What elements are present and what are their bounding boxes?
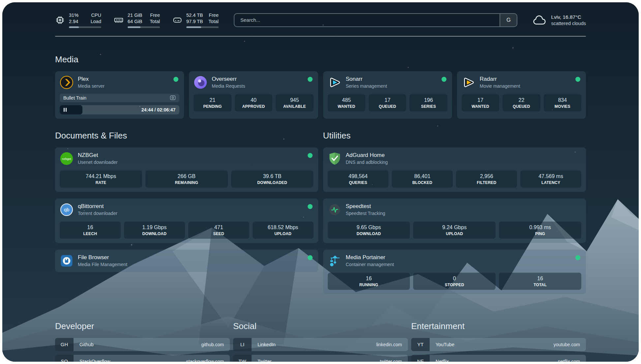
speedtest-card[interactable]: Speedtest Speedtest Tracking 9.65 Gbps D… — [323, 198, 586, 243]
disk-free-label: Free — [208, 12, 219, 18]
qbittorrent-name: qBittorrent — [78, 203, 117, 210]
bookmark-name: Github — [74, 338, 94, 351]
bookmark-name: LinkedIn — [252, 338, 276, 351]
stat-block: 834 MOVIES — [544, 94, 581, 111]
bookmark-url: github.com — [201, 338, 230, 351]
portainer-card[interactable]: Media Portainer Container management 16 … — [323, 250, 586, 294]
weather-condition: scattered clouds — [551, 21, 586, 26]
dashboard-page: 31% 2.94 CPU Load — [2, 2, 639, 362]
sonarr-icon — [328, 76, 342, 89]
stat-block: 196 SERIES — [410, 94, 447, 111]
now-playing-title: Bullet Train — [63, 95, 86, 101]
dashboard-content: 31% 2.94 CPU Load — [2, 2, 639, 362]
stat-block: 40 APPROVED — [235, 94, 272, 111]
bookmark-linkedin[interactable]: LI LinkedIn linkedin.com — [233, 338, 408, 351]
filebrowser-status-dot — [308, 255, 313, 260]
bookmark-abbr: YT — [411, 338, 430, 351]
radarr-status-dot — [575, 77, 580, 82]
memory-total-value: 64 GiB — [128, 18, 142, 25]
documents-section-title: Documents & Files — [55, 131, 318, 141]
filebrowser-card[interactable]: File Browser Media File Management — [55, 250, 318, 272]
disk-free-value: 52.4 TB — [186, 12, 203, 18]
bookmark-abbr: LI — [233, 338, 252, 351]
disk-progress-bar — [186, 26, 219, 28]
overseerr-status-dot — [308, 77, 313, 82]
nzbget-card[interactable]: nzbget NZBGet Usenet downloader 744.21 M… — [55, 147, 318, 192]
search-engine-button[interactable]: G — [500, 14, 517, 26]
cloud-icon — [533, 15, 546, 26]
bookmark-abbr: TW — [233, 355, 252, 362]
bookmarks: Developer GH Github github.com SO StackO… — [55, 321, 586, 362]
media-section-title: Media — [55, 54, 586, 65]
svg-text:nzbget: nzbget — [62, 157, 71, 160]
weather-location-temp: Lviv, 16.87°C — [551, 14, 586, 20]
sonarr-card[interactable]: Sonarr Series management 485 WANTED 17 Q… — [323, 71, 452, 119]
memory-total-label: Total — [150, 18, 160, 25]
bookmark-name: Netflix — [430, 355, 449, 362]
portainer-icon — [328, 254, 342, 268]
qbittorrent-subtitle: Torrent downloader — [78, 211, 117, 216]
cpu-percent: 31% — [69, 12, 78, 18]
search-input[interactable] — [234, 14, 500, 26]
adguard-name: AdGuard Home — [346, 152, 388, 159]
bookmark-url: stackoverflow.com — [186, 355, 230, 362]
memory-progress-bar — [128, 26, 160, 28]
bookmark-url: twitter.com — [380, 355, 408, 362]
radarr-name: Radarr — [480, 76, 520, 82]
stat-block: 471 SEED — [188, 222, 249, 239]
bookmark-abbr: SO — [55, 355, 74, 362]
disk-icon — [172, 15, 182, 25]
sonarr-name: Sonarr — [346, 76, 387, 82]
ram-icon — [114, 15, 124, 25]
playback-time: 24:44 / 02:06:47 — [141, 107, 180, 112]
cpu-progress-bar — [69, 26, 101, 28]
memory-widget: 21 GiB 64 GiB Free Total — [114, 12, 160, 28]
radarr-subtitle: Movie management — [480, 83, 520, 89]
documents-column: Documents & Files nzbget NZBGet Usenet d… — [55, 131, 318, 301]
stat-block: 17 WANTED — [462, 94, 499, 111]
stat-block: 47.569 ms LATENCY — [520, 170, 581, 188]
plex-name: Plex — [78, 76, 105, 82]
stat-block: 17 QUEUED — [369, 94, 406, 111]
topbar: 31% 2.94 CPU Load — [55, 12, 586, 28]
now-playing-row: Bullet Train — [60, 94, 179, 102]
speedtest-icon — [328, 203, 342, 217]
media-grid: Plex Media server Bullet Train 24:44 / — [55, 71, 586, 119]
cast-icon — [170, 95, 176, 100]
filebrowser-icon — [60, 254, 74, 268]
overseerr-card[interactable]: Overseerr Media Requests 21 PENDING 40 A… — [189, 71, 318, 119]
bookmark-twitter[interactable]: TW Twitter twitter.com — [233, 355, 408, 362]
bookmark-stackoverflow[interactable]: SO StackOverflow stackoverflow.com — [55, 355, 230, 362]
stat-block: 16 LEECH — [60, 222, 121, 239]
cpu-widget: 31% 2.94 CPU Load — [55, 12, 101, 28]
adguard-icon — [328, 152, 342, 166]
bookmark-netflix[interactable]: NF Netflix netflix.com — [411, 355, 586, 362]
pause-icon — [64, 108, 65, 112]
nzbget-name: NZBGet — [78, 152, 118, 159]
bookmark-github[interactable]: GH Github github.com — [55, 338, 230, 351]
stat-block: 945 AVAILABLE — [276, 94, 313, 111]
overseerr-subtitle: Media Requests — [212, 83, 245, 89]
bookmark-youtube[interactable]: YT YouTube youtube.com — [411, 338, 586, 351]
plex-card[interactable]: Plex Media server Bullet Train 24:44 / — [55, 71, 184, 119]
memory-free-value: 21 GiB — [128, 12, 142, 18]
plex-subtitle: Media server — [78, 83, 105, 89]
bookmark-abbr: GH — [55, 338, 74, 351]
bookmark-name: YouTube — [430, 338, 454, 351]
playback-progress-bar: 24:44 / 02:06:47 — [60, 105, 179, 114]
utilities-section-title: Utilities — [323, 131, 586, 141]
adguard-card[interactable]: AdGuard Home DNS and adblocking 498,564 … — [323, 147, 586, 192]
stat-block: 2,956 FILTERED — [456, 170, 517, 188]
portainer-name: Media Portainer — [346, 254, 394, 261]
social-section-title: Social — [233, 321, 408, 331]
radarr-card[interactable]: Radarr Movie management 17 WANTED 22 QUE… — [457, 71, 586, 119]
plex-icon — [60, 76, 74, 89]
plex-status-dot — [173, 77, 178, 82]
stat-block: 39.6 TB DOWNLOADED — [231, 170, 314, 188]
bookmark-name: Twitter — [252, 355, 272, 362]
sonarr-status-dot — [442, 77, 446, 82]
weather-widget: Lviv, 16.87°C scattered clouds — [533, 14, 586, 26]
stat-block: 266 GB REMAINING — [145, 170, 228, 188]
memory-free-label: Free — [150, 12, 160, 18]
qbittorrent-card[interactable]: qb qBittorrent Torrent downloader 16 LEE… — [55, 198, 318, 243]
